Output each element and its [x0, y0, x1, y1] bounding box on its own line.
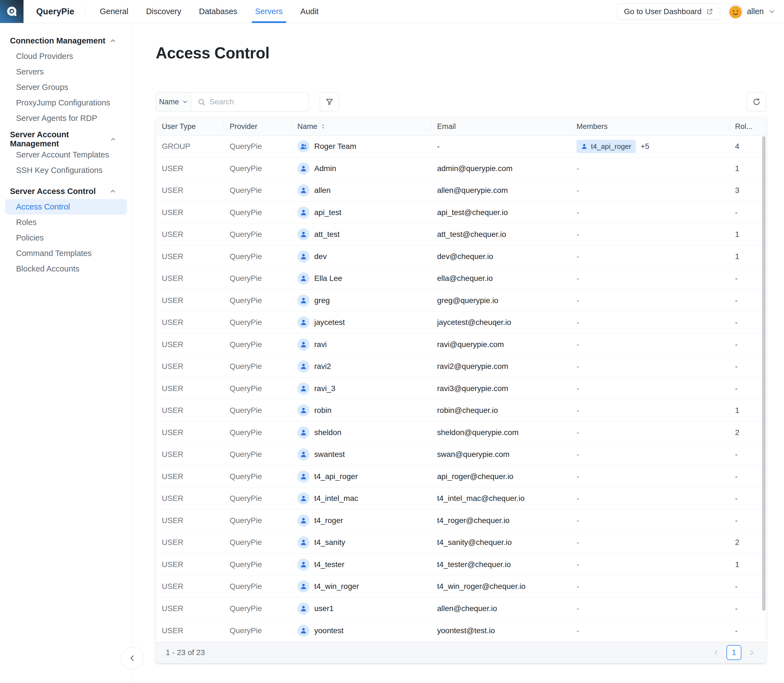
cell-provider: QueryPie [224, 516, 291, 525]
sidebar-section-connection-management: Connection Management Cloud Providers Se… [0, 35, 132, 126]
go-to-user-dashboard-button[interactable]: Go to User Dashboard [617, 3, 720, 20]
nav-tab-discovery[interactable]: Discovery [146, 0, 181, 23]
table-row[interactable]: USER QueryPie ravi ravi@querypie.com - - [156, 334, 766, 356]
user-menu[interactable]: allen [728, 5, 776, 19]
search-input[interactable] [210, 98, 302, 106]
members-empty-dash: - [576, 560, 579, 569]
table-row[interactable]: USER QueryPie t4_win_roger t4_win_roger@… [156, 576, 766, 598]
nav-tab-general[interactable]: General [100, 0, 128, 23]
name-text: jaycetest [314, 318, 345, 327]
cell-name: t4_win_roger [291, 580, 431, 593]
table-row[interactable]: USER QueryPie att_test att_test@chequer.… [156, 224, 766, 246]
sidebar-item-servers[interactable]: Servers [5, 64, 127, 79]
user-icon [300, 319, 307, 326]
table-row[interactable]: USER QueryPie jaycetest jaycetest@cheuqe… [156, 312, 766, 334]
pagination-prev-button[interactable] [712, 648, 720, 657]
cell-provider: QueryPie [224, 274, 291, 283]
nav-tab-audit[interactable]: Audit [301, 0, 319, 23]
members-empty-dash: - [576, 362, 579, 371]
table-row[interactable]: USER QueryPie t4_sanity t4_sanity@cheque… [156, 532, 766, 554]
sidebar-item-server-account-templates[interactable]: Server Account Templates [5, 147, 127, 162]
cell-name: t4_intel_mac [291, 492, 431, 505]
cell-name: api_test [291, 207, 431, 219]
user-name: allen [747, 7, 764, 16]
cell-email: t4_intel_mac@chequer.io [431, 494, 570, 503]
table-row[interactable]: USER QueryPie dev dev@chequer.io - 1 [156, 246, 766, 268]
pagination-next-button[interactable] [747, 648, 756, 657]
nav-tab-servers[interactable]: Servers [255, 0, 283, 23]
user-icon [300, 605, 307, 612]
cell-user-type: USER [156, 626, 224, 635]
avatar [728, 5, 743, 19]
sidebar-section-header-server-access-control[interactable]: Server Access Control [0, 186, 132, 197]
table-row[interactable]: USER QueryPie yoontest yoontest@test.io … [156, 620, 766, 642]
table-row[interactable]: USER QueryPie sheldon sheldon@querypie.c… [156, 422, 766, 444]
table-row[interactable]: USER QueryPie t4_tester t4_tester@cheque… [156, 554, 766, 576]
sidebar-item-command-templates[interactable]: Command Templates [5, 245, 127, 261]
cell-provider: QueryPie [224, 296, 291, 305]
search-box [192, 93, 309, 111]
user-avatar-icon [298, 295, 310, 307]
name-text: ravi [314, 340, 327, 349]
name-text: Ella Lee [314, 274, 342, 283]
user-icon [300, 385, 307, 392]
sidebar-item-server-groups[interactable]: Server Groups [5, 79, 127, 95]
search-field-select[interactable]: Name [156, 93, 192, 111]
members-empty-dash: - [576, 626, 579, 635]
cell-user-type: USER [156, 230, 224, 239]
sidebar-item-blocked-accounts[interactable]: Blocked Accounts [5, 261, 127, 276]
table-row[interactable]: USER QueryPie user1 allen@chequer.io - - [156, 598, 766, 620]
refresh-button[interactable] [747, 92, 766, 112]
sidebar-section-header-server-account-management[interactable]: Server Account Management [0, 134, 132, 145]
sort-icon [320, 123, 326, 130]
user-avatar-icon [298, 382, 310, 394]
sidebar-item-policies[interactable]: Policies [5, 230, 127, 245]
table-row[interactable]: USER QueryPie Ella Lee ella@chequer.io -… [156, 268, 766, 290]
cell-provider: QueryPie [224, 340, 291, 349]
nav-tab-databases[interactable]: Databases [199, 0, 237, 23]
sidebar-item-proxyjump-configurations[interactable]: ProxyJump Configurations [5, 95, 127, 111]
table-row[interactable]: GROUP QueryPie Roger Team - t4_api_roger… [156, 136, 766, 158]
sidebar-item-cloud-providers[interactable]: Cloud Providers [5, 48, 127, 64]
querypie-logo[interactable] [0, 0, 24, 23]
members-empty-dash: - [576, 296, 579, 305]
cell-email: ravi2@querypie.com [431, 362, 570, 371]
filter-button[interactable] [320, 92, 339, 112]
table-row[interactable]: USER QueryPie t4_intel_mac t4_intel_mac@… [156, 487, 766, 510]
cell-provider: QueryPie [224, 318, 291, 327]
table-row[interactable]: USER QueryPie swantest swan@querypie.com… [156, 444, 766, 466]
table-row[interactable]: USER QueryPie ravi2 ravi2@querypie.com -… [156, 356, 766, 378]
sidebar-item-roles[interactable]: Roles [5, 215, 127, 230]
name-text: Roger Team [314, 142, 356, 151]
cell-roles: - [729, 362, 766, 371]
vertical-scrollbar-thumb[interactable] [762, 136, 765, 611]
cell-name: user1 [291, 603, 431, 615]
pagination-page-1[interactable]: 1 [726, 645, 741, 660]
table-row[interactable]: USER QueryPie api_test api_test@chequer.… [156, 202, 766, 224]
sidebar-item-access-control[interactable]: Access Control [5, 199, 127, 215]
sidebar-item-server-agents-for-rdp[interactable]: Server Agents for RDP [5, 111, 127, 126]
cell-user-type: USER [156, 208, 224, 217]
sidebar-item-ssh-key-configurations[interactable]: SSH Key Configurations [5, 162, 127, 178]
querypie-logo-icon [5, 5, 18, 18]
table-row[interactable]: USER QueryPie ravi_3 ravi3@querypie.com … [156, 378, 766, 400]
cell-name: greg [291, 295, 431, 307]
table-row[interactable]: USER QueryPie t4_api_roger api_roger@che… [156, 466, 766, 488]
cell-email: dev@chequer.io [431, 252, 570, 261]
sidebar-collapse-button[interactable] [121, 647, 144, 669]
cell-provider: QueryPie [224, 208, 291, 217]
table-row[interactable]: USER QueryPie t4_roger t4_roger@chequer.… [156, 510, 766, 532]
user-icon [300, 209, 307, 216]
members-empty-dash: - [576, 516, 579, 525]
table-row[interactable]: USER QueryPie allen allen@querypie.com -… [156, 180, 766, 202]
cell-roles: 1 [729, 560, 766, 569]
name-text: att_test [314, 230, 340, 239]
table-row[interactable]: USER QueryPie Admin admin@querypie.com -… [156, 158, 766, 180]
sidebar-section-header-connection-management[interactable]: Connection Management [0, 35, 132, 46]
cell-roles: 1 [729, 252, 766, 261]
user-icon [300, 495, 307, 502]
table-row[interactable]: USER QueryPie robin robin@chequer.io - 1 [156, 399, 766, 422]
cell-roles: - [729, 516, 766, 525]
column-header-name[interactable]: Name [291, 118, 431, 135]
table-row[interactable]: USER QueryPie greg greg@querypie.io - - [156, 290, 766, 312]
